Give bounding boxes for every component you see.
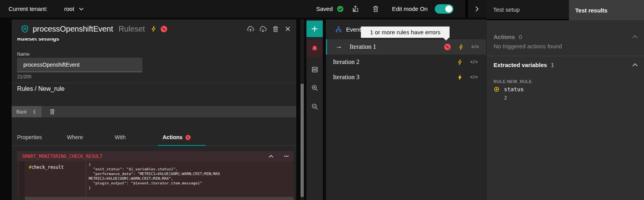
delete-ruleset-button[interactable]	[269, 23, 282, 35]
rows-icon	[311, 66, 318, 73]
bell-icon	[311, 45, 318, 52]
tenant-label: Current tenant:	[9, 5, 47, 12]
ruleset-panel: Ruleset settings processOpenshiftEvent R…	[12, 19, 296, 200]
trash-icon	[49, 108, 56, 115]
saved-check-icon	[337, 5, 344, 12]
toolbar-rail	[306, 19, 323, 200]
ruleset-panel-header: processOpenshiftEvent Ruleset	[12, 19, 296, 38]
edit-mode-toggle[interactable]	[435, 4, 453, 14]
ruleset-type-label: Ruleset	[119, 25, 145, 34]
iterator-icon	[335, 26, 342, 33]
zoom-out-button[interactable]	[306, 99, 323, 114]
iteration-row-2[interactable]: Iteration 2 </>	[326, 55, 486, 70]
chevron-left-icon	[33, 110, 36, 114]
active-tab-underline	[158, 145, 206, 146]
edit-mode-label: Edit mode On	[392, 5, 428, 12]
error-tooltip-caret	[443, 37, 449, 41]
iteration-label: Iteration 2	[333, 58, 359, 66]
field-name-text: check_result	[32, 165, 64, 170]
cloud-download-icon	[259, 25, 267, 33]
tab-test-setup[interactable]: Test setup	[486, 0, 569, 20]
code-icon[interactable]: </>	[470, 74, 478, 80]
action-card-divider	[86, 161, 86, 197]
actions-count: 0	[519, 34, 522, 40]
iteration-row-3[interactable]: Iteration 3 </>	[326, 70, 486, 85]
upload-ruleset-button[interactable]	[244, 23, 257, 35]
download-ruleset-button[interactable]	[257, 23, 269, 35]
char-count: 21/200	[17, 74, 32, 80]
code-icon[interactable]: </>	[471, 44, 479, 50]
app-window: Current tenant: root Saved	[0, 0, 644, 200]
delete-rule-button[interactable]	[46, 106, 58, 117]
variable-value: 2	[504, 95, 507, 101]
notifications-button[interactable]	[306, 40, 323, 57]
action-code-editor[interactable]: { "exit_status": "${_variables.status}",…	[89, 162, 220, 190]
variables-heading: Extracted variables	[494, 62, 547, 68]
action-card-body: #check_result { "exit_status": "${_varia…	[17, 161, 294, 197]
lightning-outline-icon[interactable]	[457, 59, 463, 65]
back-button-label: Back	[16, 109, 27, 115]
close-panel-button[interactable]	[282, 23, 294, 35]
trash-icon	[272, 25, 279, 33]
tab-actions[interactable]: Actions	[163, 134, 191, 140]
error-tooltip: 1 or more rules have errors	[361, 27, 450, 38]
delete-button[interactable]	[369, 3, 382, 15]
tab-actions-label: Actions	[163, 134, 182, 140]
lightning-filled-icon[interactable]	[457, 74, 463, 81]
collapse-panel-button[interactable]	[471, 3, 483, 15]
next-action-row-partial	[25, 197, 294, 200]
lightning-outline-icon[interactable]	[458, 44, 464, 50]
test-results-panel: Actions 0 No triggered actions found Ext…	[486, 20, 644, 200]
actions-section-header[interactable]: Actions 0	[494, 34, 638, 40]
actions-heading: Actions	[494, 34, 515, 40]
rule-tabbar: Properties Where With Actions	[12, 125, 296, 146]
tenant-dropdown[interactable]: root	[64, 0, 84, 18]
export-button[interactable]	[349, 3, 362, 15]
action-field-name: #check_result	[29, 165, 64, 170]
chevron-up-icon[interactable]	[632, 35, 638, 39]
tab-where-label: Where	[67, 134, 83, 140]
chevron-down-icon	[79, 7, 84, 11]
zoom-in-button[interactable]	[306, 80, 323, 96]
lightning-icon	[150, 25, 157, 32]
tab-properties[interactable]: Properties	[17, 134, 42, 140]
tab-test-results-label: Test results	[575, 7, 607, 14]
zoom-out-icon	[311, 103, 318, 110]
tenant-value: root	[64, 5, 74, 12]
error-tooltip-text: 1 or more rules have errors	[370, 29, 441, 35]
action-card-header[interactable]: SMART_MONITORING_CHECK_RESULT •••	[17, 151, 294, 161]
scrollbar-thumb[interactable]	[301, 84, 304, 197]
iteration-label: Iteration 1	[350, 43, 376, 51]
tenant-label-wrap: Current tenant:	[9, 0, 47, 18]
results-divider	[486, 56, 644, 56]
cloud-upload-icon	[247, 25, 254, 33]
code-icon[interactable]: </>	[470, 59, 478, 65]
tab-test-setup-label: Test setup	[493, 6, 520, 13]
add-event-button[interactable]	[306, 21, 323, 37]
variables-section-header[interactable]: Extracted variables 1	[494, 62, 638, 68]
iteration-row-1[interactable]: → Iteration 1 </>	[326, 39, 486, 55]
vertical-scrollbar[interactable]	[300, 19, 304, 200]
ruleset-error-icon	[160, 25, 168, 33]
rule-name-label: RULE NEW_RULE	[494, 79, 532, 84]
zoom-in-icon	[311, 84, 318, 92]
plus-icon	[311, 25, 318, 32]
tab-test-results[interactable]: Test results	[569, 0, 644, 20]
extracted-variable-row[interactable]: status	[494, 86, 524, 92]
chevron-right-icon	[475, 6, 479, 12]
name-input[interactable]	[17, 58, 142, 72]
chevron-up-icon[interactable]	[632, 63, 638, 67]
overflow-menu-icon[interactable]: •••	[284, 154, 289, 158]
tab-with[interactable]: With	[115, 134, 126, 140]
action-card: SMART_MONITORING_CHECK_RESULT ••• #check…	[17, 151, 294, 197]
action-card-gutter	[19, 161, 24, 197]
rows-view-button[interactable]	[306, 62, 323, 77]
iterations-panel: Events generated by the iterator → Itera…	[326, 19, 486, 200]
action-card-title: SMART_MONITORING_CHECK_RESULT	[22, 154, 103, 159]
close-icon	[285, 26, 290, 32]
back-button[interactable]: Back	[12, 106, 42, 117]
iteration-error-icon[interactable]	[444, 43, 451, 51]
actions-empty-message: No triggered actions found	[494, 43, 562, 50]
tab-where[interactable]: Where	[67, 134, 83, 140]
chevron-up-icon[interactable]	[269, 155, 273, 158]
